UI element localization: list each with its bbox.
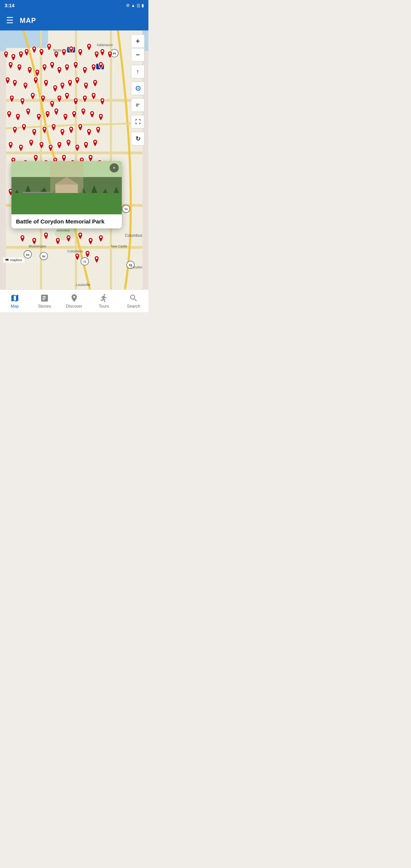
fullscreen-button[interactable]: ⛶ — [131, 115, 145, 129]
map-marker[interactable] — [62, 113, 68, 121]
map-marker[interactable] — [36, 113, 42, 121]
map-marker[interactable] — [77, 232, 83, 240]
map-marker[interactable] — [82, 67, 88, 74]
map-marker[interactable] — [40, 95, 46, 103]
map-marker[interactable] — [8, 62, 14, 69]
nav-item-discover[interactable]: Discover — [59, 291, 89, 311]
map-marker[interactable] — [55, 238, 61, 245]
map-marker[interactable] — [73, 62, 79, 69]
nav-item-search[interactable]: Search — [119, 291, 148, 311]
map-marker[interactable] — [5, 77, 11, 85]
map-marker[interactable] — [18, 144, 24, 152]
map-marker[interactable] — [28, 139, 34, 147]
map-marker[interactable] — [83, 82, 89, 90]
map-marker[interactable] — [51, 124, 57, 131]
map-marker[interactable] — [64, 93, 70, 100]
map-marker[interactable] — [22, 82, 29, 90]
map-marker[interactable] — [21, 124, 27, 131]
map-marker[interactable] — [52, 85, 58, 93]
map-marker[interactable] — [31, 238, 37, 245]
map-marker[interactable] — [91, 93, 97, 100]
compass-button[interactable]: ↑ — [131, 65, 145, 78]
info-popup[interactable]: × Battle of Corydon Memorial Park — [11, 161, 122, 228]
map-marker[interactable] — [84, 251, 91, 258]
map-marker[interactable] — [49, 101, 55, 108]
map-marker[interactable] — [12, 126, 18, 134]
map-marker[interactable] — [99, 98, 105, 105]
map-marker[interactable] — [74, 144, 80, 152]
menu-icon[interactable]: ☰ — [6, 16, 14, 26]
map-marker[interactable] — [86, 129, 92, 136]
map-marker[interactable] — [95, 126, 101, 134]
map-marker[interactable] — [59, 82, 65, 90]
popup-close-button[interactable]: × — [110, 163, 119, 172]
map-marker[interactable] — [65, 139, 72, 147]
zoom-out-button[interactable]: − — [131, 48, 145, 62]
map-marker[interactable] — [92, 80, 98, 87]
location-button[interactable]: ⊙ — [131, 81, 145, 95]
map-marker[interactable] — [68, 46, 74, 54]
map-marker[interactable] — [41, 126, 48, 134]
nav-item-stories[interactable]: Stories — [30, 291, 59, 311]
map-marker[interactable] — [98, 62, 104, 69]
map-marker[interactable] — [19, 235, 25, 243]
nav-item-map[interactable]: Map — [0, 291, 30, 311]
map-marker[interactable] — [77, 49, 83, 56]
map-marker[interactable] — [31, 46, 37, 54]
map-marker[interactable] — [25, 108, 31, 116]
rotation-button[interactable]: 0° — [131, 98, 145, 112]
map-marker[interactable] — [74, 253, 80, 261]
map-marker[interactable] — [61, 49, 67, 56]
map-marker[interactable] — [88, 238, 94, 245]
map-marker[interactable] — [10, 54, 16, 61]
map-marker[interactable] — [43, 80, 49, 87]
map-marker[interactable] — [9, 95, 15, 103]
map-container[interactable]: IND 70 64 64 74 65 69 69 71 — [0, 30, 148, 289]
map-marker[interactable] — [6, 111, 12, 118]
map-marker[interactable] — [74, 77, 80, 85]
map-marker[interactable] — [77, 124, 83, 131]
map-marker[interactable] — [24, 49, 30, 56]
map-marker[interactable] — [56, 67, 62, 74]
map-marker[interactable] — [64, 64, 70, 72]
map-marker[interactable] — [91, 64, 97, 72]
map-marker[interactable] — [27, 67, 33, 74]
map-marker[interactable] — [53, 51, 59, 59]
map-marker[interactable] — [99, 49, 105, 56]
map-marker[interactable] — [73, 98, 79, 105]
map-marker[interactable] — [83, 142, 89, 149]
map-marker[interactable] — [59, 129, 65, 136]
map-marker[interactable] — [43, 232, 49, 240]
map-marker[interactable] — [89, 111, 95, 118]
map-marker[interactable] — [71, 111, 77, 118]
map-marker[interactable] — [8, 142, 14, 149]
map-marker[interactable] — [107, 51, 113, 59]
map-marker[interactable] — [94, 256, 100, 263]
map-marker[interactable] — [19, 98, 25, 105]
map-marker[interactable] — [48, 144, 54, 152]
map-marker[interactable] — [46, 43, 52, 51]
map-marker[interactable] — [82, 95, 88, 103]
map-marker[interactable] — [67, 80, 73, 87]
map-marker[interactable] — [30, 93, 36, 100]
map-marker[interactable] — [68, 126, 74, 134]
nav-item-tours[interactable]: Tours — [89, 291, 119, 311]
zoom-in-button[interactable]: + — [131, 34, 145, 48]
map-marker[interactable] — [49, 62, 55, 69]
map-marker[interactable] — [45, 111, 51, 118]
map-marker[interactable] — [98, 113, 104, 121]
map-marker[interactable] — [18, 51, 24, 59]
map-marker[interactable] — [94, 51, 100, 59]
map-marker[interactable] — [38, 49, 45, 56]
map-marker[interactable] — [34, 69, 40, 77]
map-marker[interactable] — [56, 142, 62, 149]
map-marker[interactable] — [56, 95, 62, 103]
map-marker[interactable] — [80, 108, 86, 116]
map-marker[interactable] — [41, 64, 48, 72]
map-marker[interactable] — [16, 64, 22, 72]
map-marker[interactable] — [38, 142, 45, 149]
map-marker[interactable] — [33, 77, 39, 85]
map-marker[interactable] — [53, 108, 59, 116]
map-marker[interactable] — [31, 129, 37, 136]
map-marker[interactable] — [15, 113, 21, 121]
